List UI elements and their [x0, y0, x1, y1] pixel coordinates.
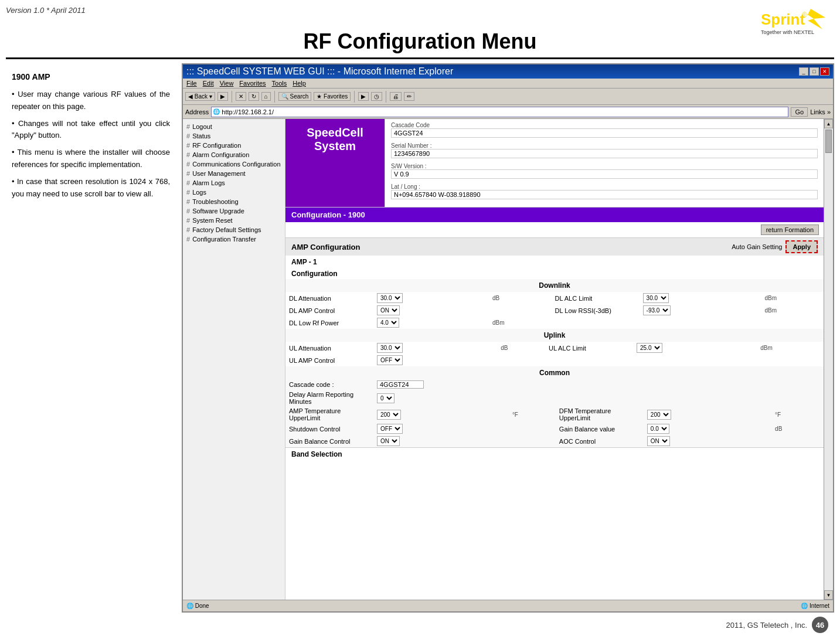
dl-low-rssi-select[interactable]: -93.0: [643, 305, 671, 315]
vertical-scrollbar[interactable]: ▲ ▼: [824, 119, 833, 600]
ul-atten-select[interactable]: 30.0: [377, 343, 403, 353]
scroll-thumb[interactable]: [825, 130, 832, 153]
apply-button[interactable]: Apply: [785, 240, 818, 253]
amp-config-header: AMP Configuration Auto Gain Setting Appl…: [285, 237, 824, 256]
serial-number-group: Serial Number : 1234567890: [391, 142, 818, 158]
dl-low-rf-select[interactable]: 4.0: [377, 318, 399, 328]
return-formation-button[interactable]: return Formation: [761, 225, 819, 235]
gain-balance-val-select[interactable]: 0.0: [647, 424, 669, 434]
dfm-temp-label: DFM Temperature UpperLimit: [556, 406, 644, 423]
browser-window: ::: SpeedCell SYSTEM WEB GUI ::: - Micro…: [182, 63, 834, 613]
gain-balance-ctrl-select[interactable]: ON: [377, 436, 400, 446]
menu-edit[interactable]: Edit: [203, 80, 214, 87]
toolbar-sep-1: [232, 91, 232, 103]
dl-amp-ctrl-select[interactable]: ON: [377, 305, 400, 315]
svg-text:®: ®: [802, 11, 807, 19]
aoc-ctrl-cell: ON: [644, 435, 774, 447]
ul-alc-label: UL ALC Limit: [545, 342, 633, 354]
nav-status[interactable]: #Status: [183, 131, 285, 141]
browser-title: ::: SpeedCell SYSTEM WEB GUI ::: - Micro…: [186, 66, 453, 77]
scroll-up-button[interactable]: ▲: [824, 119, 833, 128]
nav-alarm-config[interactable]: #Alarm Configuration: [183, 150, 285, 159]
ul-attenuation-row: UL Attenuation 30.0 dB UL ALC Limit 25.0…: [285, 342, 824, 354]
sw-version-value: V 0.9: [391, 169, 818, 179]
minimize-button[interactable]: _: [799, 67, 808, 76]
common-table: Cascade code : 4GGST24 Delay Alarm Repor…: [285, 379, 824, 447]
nav-rf-config[interactable]: #RF Configuration: [183, 141, 285, 150]
dl-alc-label: DL ALC Limit: [552, 292, 640, 304]
dfm-temp-unit: °F: [774, 406, 824, 423]
amp1-label: AMP - 1: [285, 256, 824, 268]
refresh-button[interactable]: ↻: [249, 92, 259, 101]
nav-config-transfer[interactable]: #Configuration Transfer: [183, 234, 285, 244]
links-button[interactable]: Links »: [810, 108, 831, 115]
nav-sw-upgrade[interactable]: #Software Upgrade: [183, 206, 285, 216]
dl-atten-value-cell: 30.0: [373, 292, 491, 304]
ul-alc-select[interactable]: 25.0: [637, 343, 662, 353]
menu-tools[interactable]: Tools: [272, 80, 287, 87]
menu-favorites[interactable]: Favorites: [239, 80, 266, 87]
nav-logout[interactable]: #Logout: [183, 122, 285, 131]
dl-alc-select[interactable]: 30.0: [643, 293, 669, 303]
return-btn-row: return Formation: [285, 222, 824, 237]
nav-alarm-logs[interactable]: #Alarm Logs: [183, 178, 285, 188]
edit-button[interactable]: ✏: [404, 92, 414, 101]
favorites-button[interactable]: ★ Favorites: [314, 92, 351, 101]
band-selection-header[interactable]: Band Selection: [285, 447, 824, 461]
auto-gain-label: Auto Gain Setting: [732, 243, 782, 250]
nav-factory-default[interactable]: #Factory Default Settings: [183, 225, 285, 234]
common-header: Common: [285, 366, 824, 379]
amp-temp-select[interactable]: 200: [377, 410, 401, 420]
lat-long-group: Lat / Long : N+094.657840 W-038.918890: [391, 183, 818, 199]
menu-view[interactable]: View: [220, 80, 234, 87]
browser-addressbar: Address 🌐 Go Links »: [183, 105, 833, 119]
back-button[interactable]: ◀ Back ▾: [185, 92, 215, 101]
apply-area: Auto Gain Setting Apply: [732, 240, 818, 253]
amp-temp-unit: °F: [511, 406, 556, 423]
nav-logs[interactable]: #Logs: [183, 188, 285, 197]
scroll-track: [824, 128, 833, 590]
search-button[interactable]: 🔍 Search: [278, 92, 311, 101]
forward-button[interactable]: ▶: [217, 92, 228, 101]
sw-version-group: S/W Version : V 0.9: [391, 163, 818, 179]
home-button[interactable]: ⌂: [261, 92, 271, 101]
media-button[interactable]: ▶: [358, 92, 369, 101]
close-button[interactable]: ✕: [820, 67, 829, 76]
go-button[interactable]: Go: [791, 107, 808, 117]
status-internet: 🌐 Internet: [801, 603, 829, 609]
stop-button[interactable]: ✕: [236, 92, 246, 101]
delay-alarm-select[interactable]: 0: [377, 393, 395, 403]
bullet-3: • This menu is where the installer will …: [12, 147, 170, 171]
config-main: Configuration - 1900 return Formation AM…: [285, 208, 824, 600]
browser-statusbar: 🌐 Done 🌐 Internet: [183, 600, 833, 611]
cascade-code-label: Cascade Code: [391, 122, 818, 128]
browser-menubar: File Edit View Favorites Tools Help: [183, 79, 833, 89]
menu-help[interactable]: Help: [293, 80, 306, 87]
nav-troubleshoot[interactable]: #Troubleshooting: [183, 197, 285, 206]
nav-user-mgmt[interactable]: #User Management: [183, 169, 285, 178]
amp-temp-label: AMP Temperature UpperLimit: [285, 406, 373, 423]
dl-amp-control-row: DL AMP Control ON DL Low RSSI(-3dB) -93.…: [285, 304, 824, 317]
serial-number-label: Serial Number :: [391, 142, 818, 149]
device-info-panel: Cascade Code 4GGST24 Serial Number : 123…: [385, 119, 824, 207]
nav-comm-config[interactable]: #Communications Configuration: [183, 159, 285, 169]
amp-temp-value-cell: 200: [373, 406, 511, 423]
dfm-temp-select[interactable]: 200: [647, 410, 671, 420]
nav-sys-reset[interactable]: #System Reset: [183, 216, 285, 225]
sw-version-label: S/W Version :: [391, 163, 818, 169]
address-input[interactable]: [222, 108, 787, 115]
history-button[interactable]: ◷: [371, 92, 382, 101]
dl-amp-ctrl-value-cell: ON: [373, 304, 491, 317]
title-underline: [6, 57, 834, 59]
shutdown-select[interactable]: OFF: [377, 424, 403, 434]
bullet-1: • User may change various RF values of t…: [12, 89, 170, 113]
menu-file[interactable]: File: [186, 80, 197, 87]
aoc-ctrl-select[interactable]: ON: [647, 436, 670, 446]
scroll-down-button[interactable]: ▼: [824, 590, 833, 600]
print-button[interactable]: 🖨: [390, 92, 402, 101]
maximize-button[interactable]: □: [810, 67, 819, 76]
top-info-row: SpeedCell System Cascade Code 4GGST24 Se…: [285, 119, 824, 208]
ul-amp-ctrl-select[interactable]: OFF: [377, 355, 403, 365]
dl-atten-label: DL Attenuation: [285, 292, 373, 304]
dl-atten-select[interactable]: 30.0: [377, 293, 403, 303]
